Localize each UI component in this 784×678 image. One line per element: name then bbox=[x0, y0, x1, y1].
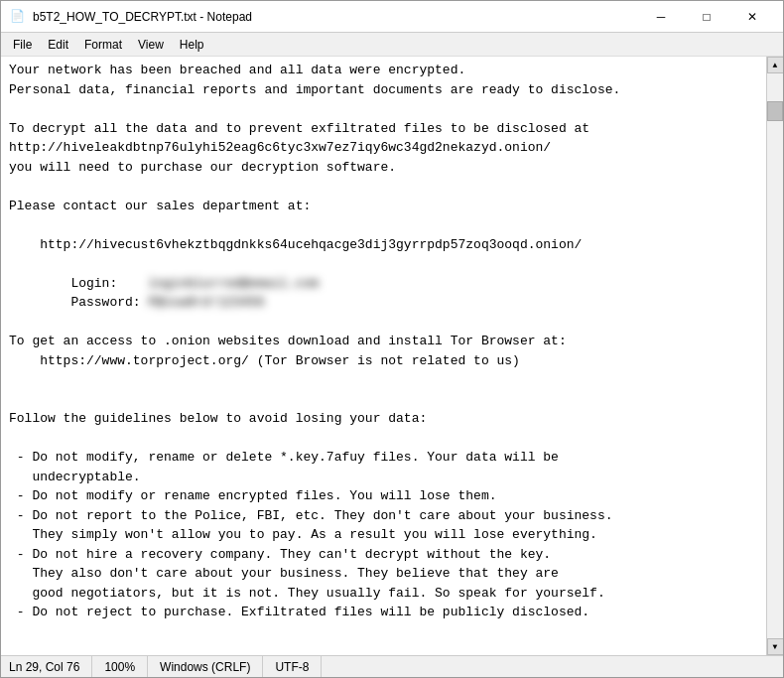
text-line: Follow the guidelines below to avoid los… bbox=[9, 411, 427, 426]
menu-help[interactable]: Help bbox=[172, 36, 212, 54]
encoding: UTF-8 bbox=[263, 656, 322, 677]
text-line: good negotiators, but it is not. They us… bbox=[9, 586, 605, 601]
editor-area: Your network has been breached and all d… bbox=[1, 57, 783, 655]
text-line: - Do not modify, rename or delete *.key.… bbox=[9, 450, 559, 465]
line-ending: Windows (CRLF) bbox=[148, 656, 263, 677]
scroll-up-arrow[interactable]: ▲ bbox=[767, 57, 784, 73]
menu-bar: File Edit Format View Help bbox=[1, 33, 783, 57]
text-line: http://hiveleakdbtnp76ulyhi52eag6c6tyc3x… bbox=[9, 140, 551, 155]
scroll-track[interactable] bbox=[767, 73, 783, 638]
login-value: loginblurred@email.com bbox=[148, 276, 319, 291]
login-label: Login: bbox=[9, 276, 148, 291]
text-line: - Do not modify or rename encrypted file… bbox=[9, 488, 496, 503]
text-line: To get an access to .onion websites down… bbox=[9, 334, 567, 348]
minimize-button[interactable]: ─ bbox=[638, 1, 684, 33]
close-button[interactable]: ✕ bbox=[729, 1, 775, 33]
zoom-level: 100% bbox=[92, 656, 148, 677]
scroll-thumb[interactable] bbox=[767, 101, 783, 121]
text-editor[interactable]: Your network has been breached and all d… bbox=[1, 57, 766, 655]
text-line: To decrypt all the data and to prevent e… bbox=[9, 121, 589, 136]
notepad-window: 📄 b5T2_HOW_TO_DECRYPT.txt - Notepad ─ □ … bbox=[0, 0, 784, 678]
text-line: Personal data, financial reports and imp… bbox=[9, 82, 620, 97]
text-line: They also don't care about your business… bbox=[9, 566, 559, 581]
status-bar: Ln 29, Col 76 100% Windows (CRLF) UTF-8 bbox=[1, 655, 783, 677]
text-line: - Do not report to the Police, FBI, etc.… bbox=[9, 508, 613, 523]
window-title: b5T2_HOW_TO_DECRYPT.txt - Notepad bbox=[33, 10, 252, 24]
cursor-position: Ln 29, Col 76 bbox=[1, 656, 92, 677]
text-line: undecryptable. bbox=[9, 470, 141, 484]
notepad-icon: 📄 bbox=[9, 9, 25, 25]
vertical-scrollbar[interactable]: ▲ ▼ bbox=[766, 57, 783, 655]
maximize-button[interactable]: □ bbox=[684, 1, 729, 33]
text-line: https://www.torproject.org/ (Tor Browser… bbox=[9, 353, 520, 368]
title-bar: 📄 b5T2_HOW_TO_DECRYPT.txt - Notepad ─ □ … bbox=[1, 1, 783, 33]
password-label: Password: bbox=[9, 295, 148, 310]
scroll-down-arrow[interactable]: ▼ bbox=[767, 638, 784, 655]
text-line: you will need to purchase our decryption… bbox=[9, 160, 396, 175]
menu-edit[interactable]: Edit bbox=[40, 36, 76, 54]
text-line: Please contact our sales department at: bbox=[9, 199, 311, 213]
text-line: http://hivecust6vhekztbqgdnkks64ucehqacg… bbox=[9, 237, 582, 252]
menu-view[interactable]: View bbox=[130, 36, 172, 54]
text-line: - Do not hire a recovery company. They c… bbox=[9, 547, 551, 562]
menu-format[interactable]: Format bbox=[76, 36, 130, 54]
menu-file[interactable]: File bbox=[5, 36, 40, 54]
text-line: - Do not reject to purchase. Exfiltrated… bbox=[9, 605, 589, 619]
title-bar-left: 📄 b5T2_HOW_TO_DECRYPT.txt - Notepad bbox=[9, 9, 252, 25]
text-line: Your network has been breached and all d… bbox=[9, 63, 465, 77]
password-value: P@ssw0rd!123456 bbox=[148, 295, 264, 310]
text-line: They simply won't allow you to pay. As a… bbox=[9, 527, 597, 542]
window-controls: ─ □ ✕ bbox=[638, 1, 775, 33]
